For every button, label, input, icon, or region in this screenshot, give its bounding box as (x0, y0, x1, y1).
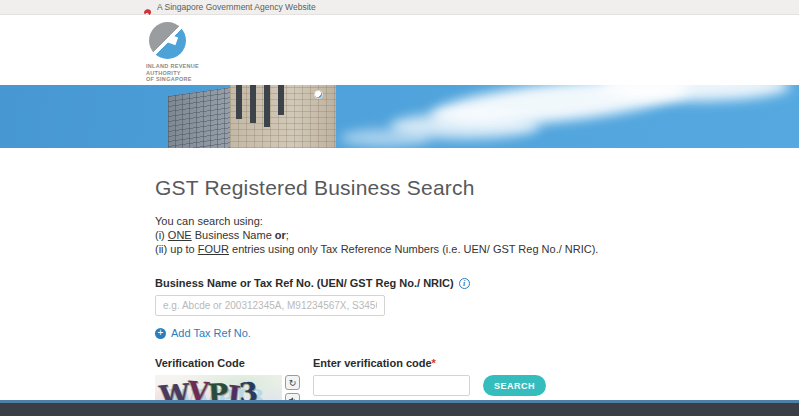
page-footer (0, 400, 799, 416)
info-icon[interactable]: i (459, 278, 470, 289)
code-controls: SEARCH (313, 375, 546, 396)
instruction-item2: (ii) up to FOUR entries using only Tax R… (155, 242, 799, 256)
search-button[interactable]: SEARCH (483, 375, 546, 396)
iras-logo-icon (149, 22, 186, 59)
singapore-lion-icon (143, 3, 152, 12)
captcha-refresh-button[interactable]: ↻ (285, 375, 300, 390)
instruction-intro: You can search using: (155, 214, 799, 228)
building-left-wing (168, 87, 232, 148)
gov-bar: A Singapore Government Agency Website (0, 0, 799, 15)
building-stripe (278, 85, 284, 115)
footer-bar (0, 403, 799, 416)
building-stripe (264, 85, 270, 127)
page-title: GST Registered Business Search (155, 176, 799, 200)
search-instructions: You can search using: (i) ONE Business N… (155, 214, 799, 256)
building-logo (314, 90, 323, 99)
banner-image (0, 85, 799, 148)
iras-logo[interactable]: INLAND REVENUE AUTHORITY OF SINGAPORE (146, 22, 199, 83)
refresh-icon: ↻ (289, 377, 297, 389)
main-content: GST Registered Business Search You can s… (0, 148, 799, 410)
instruction-item1: (i) ONE Business Name or; (155, 228, 799, 242)
verification-code-label: Verification Code (155, 357, 313, 369)
iras-logo-text: INLAND REVENUE AUTHORITY OF SINGAPORE (146, 63, 199, 83)
required-marker: * (432, 357, 436, 369)
business-field-label-row: Business Name or Tax Ref No. (UEN/ GST R… (155, 277, 799, 289)
plus-icon: + (155, 328, 166, 339)
enter-code-label: Enter verification code* (313, 357, 546, 369)
verification-code-input[interactable] (313, 375, 470, 396)
logo-text-line3: OF SINGAPORE (146, 76, 199, 83)
site-header: INLAND REVENUE AUTHORITY OF SINGAPORE (0, 15, 799, 85)
revenue-house-building (168, 85, 336, 148)
logo-text-line1: INLAND REVENUE (146, 63, 199, 70)
business-field-label: Business Name or Tax Ref No. (UEN/ GST R… (155, 277, 454, 289)
building-stripe (250, 85, 256, 123)
gov-agency-text: A Singapore Government Agency Website (157, 2, 316, 12)
business-name-input[interactable] (155, 295, 385, 316)
add-tax-ref-link[interactable]: + Add Tax Ref No. (155, 327, 799, 339)
add-tax-ref-label: Add Tax Ref No. (171, 327, 251, 339)
cloud-graphic (340, 129, 430, 147)
building-stripe (236, 85, 242, 119)
